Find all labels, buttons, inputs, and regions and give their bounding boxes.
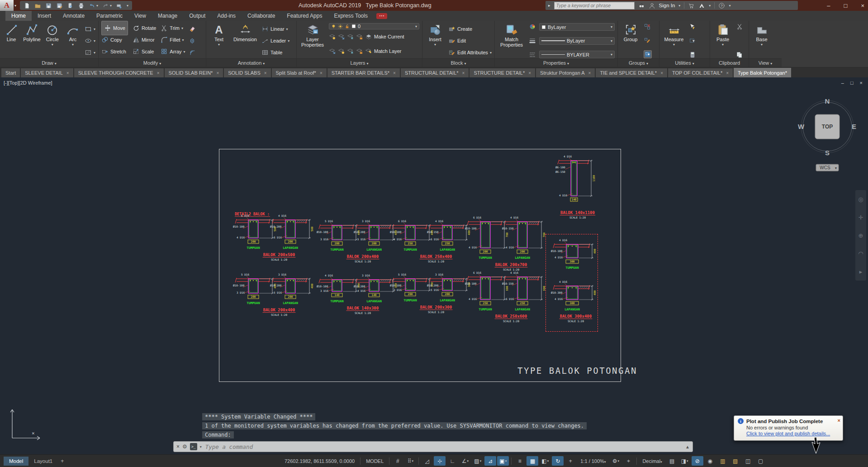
qat-customize-caret-icon[interactable] — [127, 4, 128, 8]
autodesk-caret-icon[interactable] — [709, 4, 711, 8]
measure-button[interactable]: Measure — [662, 22, 686, 47]
layer-walk-icon[interactable] — [338, 33, 345, 40]
table-button[interactable]: Table — [261, 47, 289, 58]
group-selection-icon[interactable] — [644, 50, 652, 58]
command-input[interactable] — [204, 443, 683, 451]
status-coordinates[interactable]: 72602.1982, 8611.5509, 0.0000 — [281, 458, 358, 464]
ribbon-tab-collaborate[interactable]: Collaborate — [242, 11, 281, 21]
rectangle-button[interactable] — [85, 23, 95, 35]
quick-select-icon[interactable] — [689, 23, 696, 30]
file-tab-structural-detail-[interactable]: STRUCTURAL DETAIL* — [401, 68, 469, 77]
status-crosshair-icon[interactable]: ＋ — [622, 456, 634, 466]
group-button[interactable]: Group — [621, 22, 640, 42]
command-scroll-up-icon[interactable]: ▲ — [685, 444, 690, 449]
drawing-restore-button[interactable]: □ — [850, 80, 854, 86]
file-tab-solid-slab-rein-[interactable]: SOLID SLAB REIN* — [165, 68, 223, 77]
panel-title-clipboard[interactable]: Clipboard — [710, 58, 749, 67]
file-tab-type-balok-potongan-[interactable]: Type Balok Potongan* — [734, 68, 791, 77]
copy-clip-icon[interactable] — [736, 51, 743, 58]
make-current-button[interactable]: Make Current — [374, 34, 404, 39]
open-file-icon[interactable] — [34, 2, 41, 9]
command-customize-icon[interactable]: ⚙ — [182, 443, 187, 450]
status-clean-screen-icon[interactable]: ▢ — [755, 456, 767, 466]
batch-plot-icon[interactable] — [116, 2, 123, 9]
status-3d-object-snap-icon[interactable]: ↻ — [552, 456, 564, 466]
file-tab-start[interactable]: Start — [1, 68, 20, 77]
status-graphics-performance-icon[interactable]: ◉ — [704, 456, 716, 466]
arc-button[interactable]: Arc — [64, 22, 81, 47]
status-transparency-icon[interactable]: ▦ — [526, 456, 538, 466]
layer-unlock2-icon[interactable] — [356, 48, 363, 55]
copy-button[interactable]: Copy — [101, 34, 128, 46]
autodesk-360-icon[interactable] — [698, 2, 705, 9]
panel-title-properties[interactable]: Properties — [495, 58, 617, 67]
offset-button[interactable] — [189, 47, 196, 58]
quick-calculator-icon[interactable] — [689, 51, 696, 58]
save-icon[interactable] — [45, 2, 52, 9]
leader-button[interactable]: Leader — [261, 35, 289, 47]
file-tab-solid-slabs[interactable]: SOLID SLABS — [224, 68, 270, 77]
close-tab-icon[interactable] — [157, 71, 160, 76]
redo-icon[interactable] — [102, 2, 109, 9]
status-polar-tracking-icon[interactable]: ∠ — [459, 456, 471, 466]
trim-button[interactable]: Trim — [161, 22, 185, 34]
make-current-icon[interactable] — [365, 33, 372, 40]
lineweight-list-icon[interactable] — [529, 37, 536, 44]
layer-unisolate-icon[interactable] — [338, 48, 345, 55]
edit-attributes-button[interactable]: Edit Attributes — [448, 47, 492, 58]
layout1-tab[interactable]: Layout1 — [29, 457, 57, 466]
minimize-button[interactable]: – — [827, 2, 830, 9]
layer-lock-icon[interactable] — [356, 33, 363, 40]
panel-title-modify[interactable]: Modify — [99, 58, 206, 67]
ribbon-tab-express-tools[interactable]: Express Tools — [328, 11, 373, 21]
match-layer-icon[interactable] — [365, 48, 372, 55]
layer-isolate-icon[interactable] — [329, 33, 336, 40]
polyline-button[interactable]: Polyline — [23, 22, 41, 42]
file-tab-sleeve-detail[interactable]: SLEEVE DETAIL — [21, 68, 73, 77]
autocad-logo-icon[interactable]: A — [0, 0, 14, 11]
ribbon-tab-add-ins[interactable]: Add-ins — [211, 11, 242, 21]
open-from-web-icon[interactable] — [67, 2, 74, 9]
panel-title-layers[interactable]: Layers — [297, 58, 422, 67]
erase-button[interactable] — [189, 23, 196, 35]
help-icon[interactable]: ? — [718, 2, 725, 9]
layer-off-icon[interactable] — [329, 48, 336, 55]
select-similar-icon[interactable] — [689, 37, 696, 44]
linear-button[interactable]: Linear — [261, 23, 289, 35]
match-properties-button[interactable]: Match Properties — [498, 22, 526, 48]
pan-icon[interactable]: ✛ — [859, 214, 863, 221]
file-tab-sleeve-through-concrete[interactable]: SLEEVE THROUGH CONCRETE — [74, 68, 164, 77]
restore-button[interactable]: □ — [844, 2, 848, 9]
close-tab-icon[interactable] — [660, 71, 663, 76]
insert-button[interactable]: Insert — [425, 22, 445, 47]
file-tab-top-of-col-detail-[interactable]: TOP OF COL.DETAIL* — [668, 68, 733, 77]
undo-caret-icon[interactable] — [96, 4, 98, 8]
file-tab-structure-detail-[interactable]: STRUCTURE DETAIL* — [470, 68, 535, 77]
command-bar[interactable]: × ⚙ ▲ — [173, 441, 693, 452]
navigation-bar[interactable]: ◎ ✛ ⊕ ◠ ▸ — [855, 190, 866, 281]
close-tab-icon[interactable] — [264, 71, 267, 76]
mirror-button[interactable]: Mirror — [133, 34, 156, 46]
file-tab-split-slab-at-roof-[interactable]: Split Slab at Roof* — [272, 68, 327, 77]
status-tray-settings-icon[interactable]: ▧ — [730, 456, 741, 466]
drawing-minimize-button[interactable]: – — [841, 80, 844, 86]
fillet-button[interactable]: Fillet — [161, 34, 185, 46]
ribbon-options-icon[interactable] — [376, 13, 387, 19]
close-tab-icon[interactable] — [726, 71, 729, 76]
move-button[interactable]: Move — [101, 21, 128, 35]
notification-close-icon[interactable]: × — [838, 418, 840, 423]
status-dynamic-input-icon[interactable]: ⊹ — [434, 456, 446, 466]
undo-icon[interactable] — [89, 2, 95, 9]
notification-link[interactable]: Click to view plot and publish details..… — [746, 431, 839, 436]
explode-button[interactable] — [189, 35, 196, 47]
layer-freeze-icon[interactable] — [347, 33, 354, 40]
drawing-close-button[interactable]: × — [860, 80, 863, 86]
close-tab-icon[interactable] — [320, 71, 323, 76]
close-tab-icon[interactable] — [216, 71, 219, 76]
status-isometric-drafting-icon[interactable]: ▨ — [472, 456, 484, 466]
panel-title-block[interactable]: Block — [422, 58, 494, 67]
save-as-icon[interactable] — [56, 2, 63, 9]
status-annotation-scale[interactable]: 1:1 / 100% — [577, 458, 609, 464]
status-workspace-switching-icon[interactable]: ⚙ — [610, 456, 621, 466]
ribbon-tab-annotate[interactable]: Annotate — [57, 11, 90, 21]
